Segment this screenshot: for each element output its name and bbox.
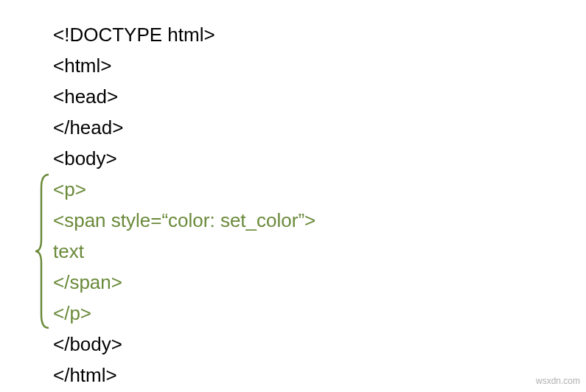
code-line-text: text [53, 236, 586, 267]
code-line-span-open: <span style=“color: set_color”> [53, 205, 586, 236]
code-line-doctype: <!DOCTYPE html> [53, 19, 586, 50]
code-line-body-close: </body> [53, 329, 586, 360]
code-line-p-close: </p> [53, 298, 586, 329]
code-line-span-close: </span> [53, 267, 586, 298]
code-line-head-close: </head> [53, 112, 586, 143]
watermark-text: wsxdn.com [536, 376, 580, 386]
code-line-html-open: <html> [53, 50, 586, 81]
code-line-p-open: <p> [53, 174, 586, 205]
code-line-body-open: <body> [53, 143, 586, 174]
curly-brace-icon [34, 173, 50, 329]
code-line-html-close: </html> [53, 360, 586, 391]
code-line-head-open: <head> [53, 81, 586, 112]
